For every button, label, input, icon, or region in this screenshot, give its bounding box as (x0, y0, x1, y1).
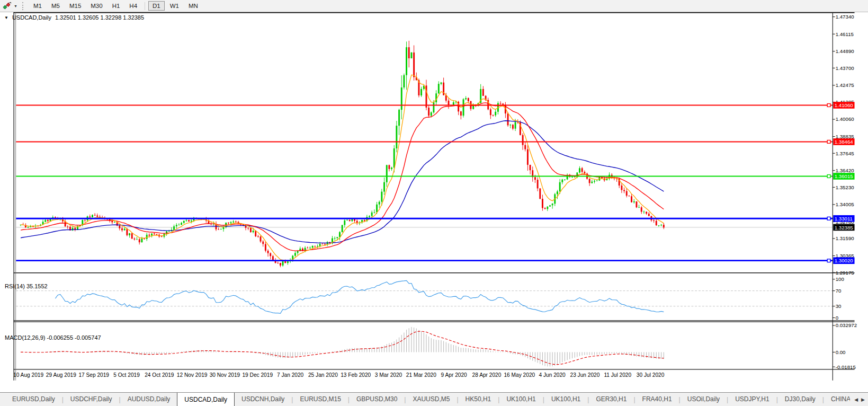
svg-text:23 Jun 2020: 23 Jun 2020 (570, 372, 599, 378)
rsi-line (55, 280, 664, 313)
timeframe-button-m15[interactable]: M15 (65, 1, 85, 11)
svg-text:1.46115: 1.46115 (836, 31, 854, 37)
chart-title: ▼USDCAD,Daily1.32501 1.32605 1.32298 1.3… (4, 14, 144, 21)
timeframe-button-h1[interactable]: H1 (108, 1, 124, 11)
line-handle[interactable] (827, 175, 830, 178)
timeframe-button-mn[interactable]: MN (184, 1, 202, 11)
svg-text:70: 70 (836, 288, 842, 294)
tab-usdchf-daily[interactable]: USDCHF,Daily (64, 393, 119, 406)
svg-text:1.41060: 1.41060 (835, 102, 853, 108)
svg-text:25 Jan 2020: 25 Jan 2020 (308, 372, 338, 378)
svg-text:12 Nov 2019: 12 Nov 2019 (177, 372, 208, 378)
chart-ohlc-values: 1.32501 1.32605 1.32298 1.32385 (55, 14, 144, 21)
svg-text:11 Jul 2020: 11 Jul 2020 (604, 372, 631, 378)
line-handle[interactable] (827, 140, 830, 144)
slow-ma (21, 121, 664, 243)
timeframe-button-w1[interactable]: W1 (166, 1, 183, 11)
tab-hk50-h1[interactable]: HK50,H1 (459, 393, 498, 406)
candles-layer (20, 41, 665, 267)
tab-dj30-daily[interactable]: DJ30,Daily (778, 393, 822, 406)
timeframe-buttons: M1M5M15M30H1H4D1W1MN (29, 1, 203, 11)
svg-text:1.47340: 1.47340 (836, 14, 854, 20)
svg-text:1.36015: 1.36015 (835, 173, 853, 179)
tab-gbpusd-m30[interactable]: GBPUSD,M30 (350, 393, 404, 406)
macd-indicator-label: MACD(12,26,9) -0.006255 -0.005747 (5, 334, 101, 341)
trading-terminal: { "toolbar": { "chart_type_icon": "indic… (0, 0, 868, 406)
tab-uk100-h1[interactable]: UK100,H1 (544, 393, 587, 406)
time-axis[interactable]: 10 Aug 201929 Aug 201917 Sep 20195 Oct 2… (13, 372, 665, 378)
tab-uk100-h1[interactable]: UK100,H1 (499, 393, 542, 406)
tab-fra40-h1[interactable]: FRA40,H1 (636, 393, 679, 406)
svg-text:1.29175: 1.29175 (836, 270, 854, 276)
tab-usdcnh-daily[interactable]: USDCNH,Daily (235, 393, 291, 406)
svg-text:24 Oct 2019: 24 Oct 2019 (145, 372, 174, 378)
tab-xauusd-m5[interactable]: XAUUSD,M5 (406, 393, 457, 406)
indicators-chart-icon-button[interactable]: ▼ (1, 1, 19, 11)
indicators-chart-icon (3, 2, 12, 10)
timeframe-button-m30[interactable]: M30 (86, 1, 106, 11)
svg-text:10 Aug 2019: 10 Aug 2019 (13, 372, 43, 378)
svg-text:1.30020: 1.30020 (835, 258, 853, 263)
toolbar: ▼ M1M5M15M30H1H4D1W1MN (0, 0, 868, 12)
tab-scroll-controls: ◀ ▶ (850, 393, 868, 406)
svg-text:1.37645: 1.37645 (836, 151, 854, 156)
svg-text:1.43700: 1.43700 (836, 65, 854, 71)
fast-ma (21, 75, 664, 261)
tab-usoil-daily[interactable]: USOil,Daily (681, 393, 727, 406)
chart-symbol-period: USDCAD,Daily (12, 14, 51, 21)
toolbar-grip (22, 2, 25, 10)
svg-text:17 Sep 2019: 17 Sep 2019 (78, 372, 109, 378)
line-handle[interactable] (827, 217, 830, 220)
timeframe-button-m1[interactable]: M1 (29, 1, 46, 11)
chart-type-caret-icon[interactable]: ▼ (14, 4, 17, 8)
svg-text:1.40060: 1.40060 (836, 116, 854, 122)
svg-text:30: 30 (836, 303, 842, 309)
line-handle[interactable] (827, 104, 830, 107)
symbol-dropdown-caret-icon[interactable]: ▼ (4, 15, 8, 20)
svg-text:29 Aug 2019: 29 Aug 2019 (46, 372, 76, 378)
svg-text:9 Apr 2020: 9 Apr 2020 (441, 372, 467, 378)
timeframe-button-m5[interactable]: M5 (47, 1, 64, 11)
svg-text:-0.01815: -0.01815 (836, 364, 856, 370)
rsi-panel (16, 280, 833, 313)
svg-text:1.34005: 1.34005 (836, 201, 854, 207)
svg-text:7 Jan 2020: 7 Jan 2020 (277, 372, 304, 378)
tab-usdcad-daily[interactable]: USDCAD,Daily (177, 392, 235, 406)
price-axis[interactable]: 1.473401.461151.448901.437001.424751.412… (833, 14, 857, 369)
svg-text:3 Mar 2020: 3 Mar 2020 (375, 372, 402, 378)
svg-text:21 Mar 2020: 21 Mar 2020 (406, 372, 436, 378)
svg-text:19 Dec 2019: 19 Dec 2019 (242, 372, 273, 378)
tab-eurusd-m15[interactable]: EURUSD,M15 (293, 393, 347, 406)
chart-window[interactable]: 1.473401.461151.448901.437001.424751.412… (0, 12, 868, 392)
timeframe-button-d1[interactable]: D1 (148, 1, 165, 11)
timeframe-button-h4[interactable]: H4 (125, 1, 141, 11)
tab-scroll-left-icon[interactable]: ◀ (854, 397, 858, 402)
svg-text:30 Nov 2019: 30 Nov 2019 (210, 372, 240, 378)
svg-text:1.42475: 1.42475 (836, 82, 854, 88)
tab-ger30-h1[interactable]: GER30,H1 (589, 393, 633, 406)
rsi-indicator-label: RSI(14) 35.1552 (5, 283, 48, 289)
price-chart-canvas[interactable]: 1.473401.461151.448901.437001.424751.412… (0, 12, 868, 392)
svg-text:0.00: 0.00 (836, 349, 846, 355)
svg-text:1.44890: 1.44890 (836, 48, 854, 54)
toolbar-separator (145, 2, 145, 10)
line-handle[interactable] (827, 259, 830, 262)
svg-text:1.33011: 1.33011 (835, 216, 853, 222)
chart-tabs: EURUSD,Daily|USDCHF,Daily|AUDUSD,DailyUS… (0, 393, 868, 406)
svg-text:100: 100 (836, 276, 844, 282)
tab-scroll-right-icon[interactable]: ▶ (861, 397, 865, 402)
tab-eurusd-daily[interactable]: EURUSD,Daily (5, 393, 62, 406)
svg-text:1.32385: 1.32385 (835, 225, 853, 231)
svg-text:1.31590: 1.31590 (836, 235, 854, 241)
macd-panel (21, 327, 664, 366)
svg-text:13 Feb 2020: 13 Feb 2020 (341, 372, 371, 378)
svg-text:1.35230: 1.35230 (836, 184, 854, 190)
svg-text:0.032972: 0.032972 (836, 322, 857, 328)
tab-audusd-daily[interactable]: AUDUSD,Daily (121, 393, 177, 406)
svg-text:4 Jun 2020: 4 Jun 2020 (539, 372, 566, 378)
svg-text:0: 0 (836, 315, 838, 321)
svg-text:1.38464: 1.38464 (835, 139, 854, 145)
svg-text:1.36420: 1.36420 (836, 167, 854, 173)
tab-usdjpy-h1[interactable]: USDJPY,H1 (728, 393, 776, 406)
chart-tab-bar: EURUSD,Daily|USDCHF,Daily|AUDUSD,DailyUS… (0, 392, 868, 406)
